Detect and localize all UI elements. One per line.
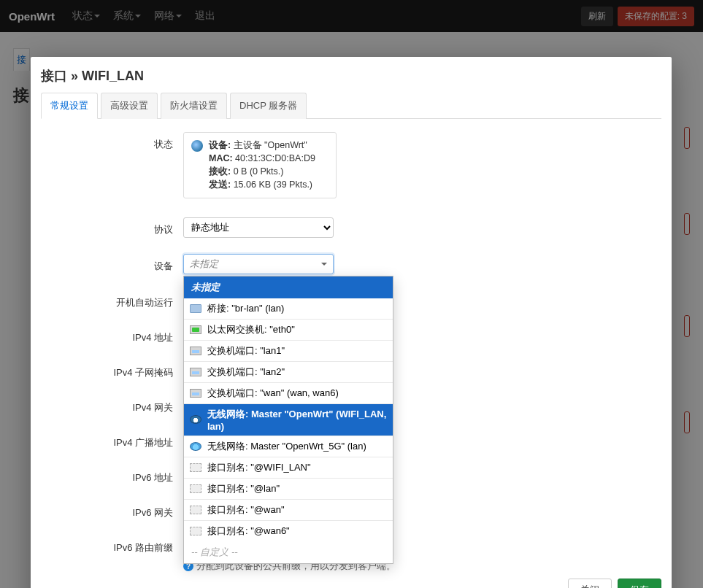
label-ipv4addr: IPv4 地址 [42,325,183,344]
protocol-select[interactable]: 静态地址 [183,217,334,238]
device-combobox-placeholder: 未指定 [190,258,218,271]
device-option[interactable]: 桥接: "br-lan" (lan) [184,298,393,320]
device-option-label: 无线网络: Master "OpenWrt_5G" (lan) [207,440,366,453]
dropdown-custom[interactable]: -- 自定义 -- [184,541,393,563]
device-option-label: 桥接: "br-lan" (lan) [207,302,284,315]
tab-firewall[interactable]: 防火墙设置 [161,93,227,119]
device-option[interactable]: 以太网交换机: "eth0" [184,320,393,341]
device-option-label: 交换机端口: "lan2" [207,365,285,379]
tab-advanced[interactable]: 高级设置 [101,93,158,119]
status-text: 设备: 主设备 "OpenWrt" MAC: 40:31:3C:D0:BA:D9… [209,139,315,192]
device-option[interactable]: 接口别名: "@wan6" [184,521,393,541]
chevron-down-icon [321,263,327,266]
label-ipv6addr: IPv6 地址 [42,465,183,484]
tab-general[interactable]: 常规设置 [41,93,98,119]
device-option[interactable]: 交换机端口: "lan1" [184,341,393,362]
save-button[interactable]: 保存 [618,579,661,589]
modal-tabs: 常规设置 高级设置 防火墙设置 DHCP 服务器 [41,92,661,119]
device-option[interactable]: 无线网络: Master "OpenWrt" (WIFI_LAN, lan) [184,404,393,436]
device-option-label: 无线网络: Master "OpenWrt" (WIFI_LAN, lan) [207,408,387,432]
device-option-label: 交换机端口: "wan" (wan, wan6) [207,387,339,400]
device-combobox[interactable]: 未指定 [183,254,334,274]
alias-icon [190,484,201,493]
device-option[interactable]: 接口别名: "@WIFI_LAN" [184,457,393,479]
device-option[interactable]: 交换机端口: "lan2" [184,362,393,383]
label-ipv4gw: IPv4 网关 [42,395,183,414]
device-option-label: 接口别名: "@wan6" [207,525,290,538]
device-option[interactable]: 无线网络: Master "OpenWrt_5G" (lan) [184,436,393,457]
alias-icon [190,527,201,535]
bridge-icon [190,304,201,313]
label-ipv4bcast: IPv4 广播地址 [42,430,183,449]
close-button[interactable]: 关闭 [568,579,612,589]
device-option[interactable]: 接口别名: "@wan" [184,500,393,521]
port-icon [190,368,201,376]
status-box: 设备: 主设备 "OpenWrt" MAC: 40:31:3C:D0:BA:D9… [183,132,337,198]
device-option[interactable]: 交换机端口: "wan" (wan, wan6) [184,383,393,404]
modal-title: 接口 » WIFI_LAN [41,67,661,85]
device-option-label: 接口别名: "@WIFI_LAN" [207,461,311,474]
device-icon [191,140,203,152]
port-icon [190,347,201,355]
label-protocol: 协议 [42,217,183,236]
device-option-label: 接口别名: "@wan" [207,503,285,517]
alias-icon [190,506,201,514]
wifi-icon [190,442,201,451]
wifi-sel-icon [190,415,201,424]
eth-icon [190,325,201,334]
device-option-label: 以太网交换机: "eth0" [207,323,295,336]
label-ipv4mask: IPv4 子网掩码 [42,360,183,379]
label-autorun: 开机自动运行 [42,290,183,309]
interface-modal: 接口 » WIFI_LAN 常规设置 高级设置 防火墙设置 DHCP 服务器 状… [31,57,672,588]
device-option-label: 接口别名: "@lan" [207,482,280,495]
label-ipv6gw: IPv6 网关 [42,500,183,519]
label-device: 设备 [42,254,183,273]
device-option[interactable]: 接口别名: "@lan" [184,479,393,500]
label-status: 状态 [42,132,183,151]
port-icon [190,389,201,398]
label-ipv6prefix: IPv6 路由前缀 [42,535,183,554]
alias-icon [190,463,201,472]
dropdown-header[interactable]: 未指定 [184,276,393,298]
tab-dhcp[interactable]: DHCP 服务器 [230,93,307,119]
device-option-label: 交换机端口: "lan1" [207,344,285,357]
device-dropdown: 未指定 桥接: "br-lan" (lan)以太网交换机: "eth0"交换机端… [183,276,393,564]
